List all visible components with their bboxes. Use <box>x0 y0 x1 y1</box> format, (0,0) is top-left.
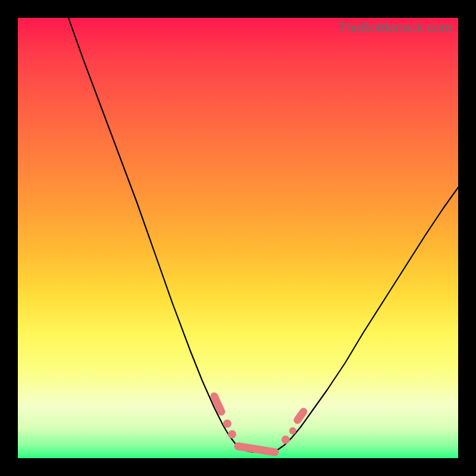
marker-pill <box>298 412 303 420</box>
marker-dot <box>223 419 231 428</box>
marker-dot <box>289 427 296 434</box>
marker-dot <box>228 430 236 439</box>
chart-frame: TheBottleneck.com <box>0 0 476 476</box>
marker-pill <box>238 446 275 452</box>
chart-svg <box>18 18 458 458</box>
curve-left <box>68 18 247 451</box>
marker-dot <box>281 436 290 444</box>
plot-area: TheBottleneck.com <box>18 18 458 458</box>
data-markers <box>214 396 303 452</box>
